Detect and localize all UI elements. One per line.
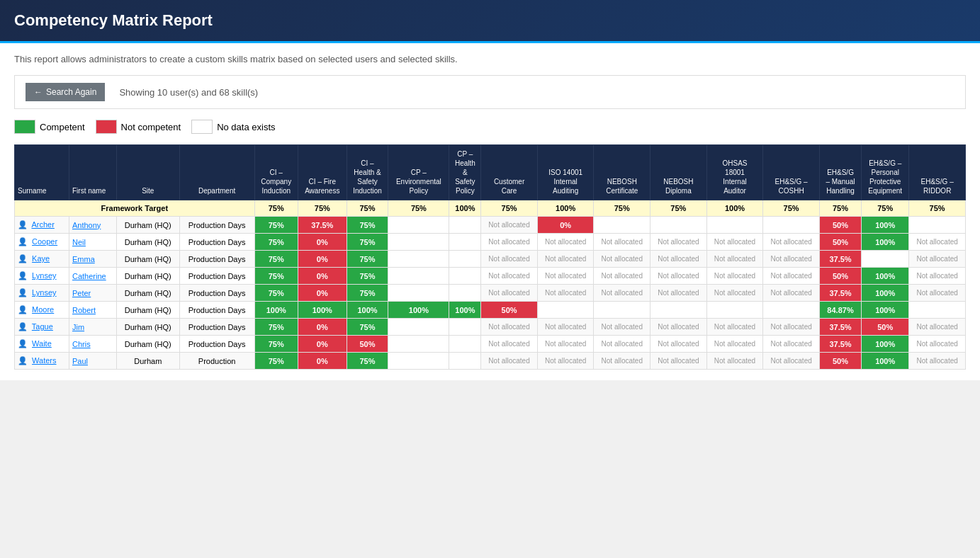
cell-ehsg_ppe: 50% (862, 319, 909, 336)
firstname-link[interactable]: Anthony (72, 221, 101, 229)
cell-nebosh_cert: Not allocated (594, 251, 650, 268)
cell-department: Production Days (179, 268, 254, 285)
cell-ehsg_riddor: Not allocated (909, 251, 966, 268)
firstname-link[interactable]: Chris (72, 340, 91, 348)
cell-cp_env (388, 285, 449, 302)
col-ehsg-riddor: EH&S/G –RIDDOR (909, 145, 966, 200)
cell-ehsg_coshh (763, 302, 820, 319)
cell-ehsg_ppe: 100% (862, 353, 909, 370)
cell-cp_env (388, 251, 449, 268)
cell-ci_health: 75% (347, 353, 388, 370)
firstname-link[interactable]: Robert (72, 306, 96, 314)
framework-customer_care: 75% (481, 200, 538, 217)
cell-surname: 👤 Tague (15, 319, 69, 336)
description-text: This report allows administrators to cre… (14, 54, 966, 64)
framework-ci_fire: 75% (298, 200, 347, 217)
user-icon: 👤 (18, 288, 28, 297)
cell-customer_care: Not allocated (481, 319, 538, 336)
cell-surname: 👤 Lynsey (15, 268, 69, 285)
cell-nebosh_dip: Not allocated (650, 353, 707, 370)
table-row: 👤 Lynsey Peter Durham (HQ) Production Da… (15, 285, 966, 302)
firstname-link[interactable]: Jim (72, 323, 84, 331)
cell-ci_health: 75% (347, 319, 388, 336)
surname-link[interactable]: Moore (32, 305, 54, 314)
search-again-button[interactable]: ← Search Again (26, 83, 105, 101)
cell-ci_company: 75% (254, 234, 298, 251)
no-data-label: No data exists (217, 122, 275, 132)
surname-link[interactable]: Tague (32, 322, 53, 331)
cell-firstname: Emma (69, 251, 116, 268)
surname-link[interactable]: Lynsey (32, 288, 56, 297)
col-ehsg-ppe: EH&S/G –PersonalProtectiveEquipment (862, 145, 909, 200)
cell-firstname: Peter (69, 285, 116, 302)
framework-ehsg_ppe: 75% (862, 200, 909, 217)
legend-competent: Competent (14, 120, 85, 134)
cell-ehsg_riddor: Not allocated (909, 319, 966, 336)
cell-ehsg_riddor (909, 302, 966, 319)
cell-site: Durham (HQ) (116, 234, 179, 251)
cell-ci_health: 100% (347, 302, 388, 319)
surname-link[interactable]: Lynsey (32, 271, 56, 280)
cell-customer_care: 50% (481, 302, 538, 319)
user-icon: 👤 (18, 254, 28, 263)
main-content: This report allows administrators to cre… (0, 43, 980, 380)
cell-customer_care: Not allocated (481, 336, 538, 353)
cell-iso14001: Not allocated (537, 268, 594, 285)
firstname-link[interactable]: Catherine (72, 272, 106, 280)
cell-nebosh_dip: Not allocated (650, 336, 707, 353)
cell-iso14001: Not allocated (537, 251, 594, 268)
cell-ehsg_coshh: Not allocated (763, 285, 820, 302)
cell-ehsg_manual: 37.5% (819, 285, 861, 302)
surname-link[interactable]: Waters (32, 356, 56, 365)
surname-link[interactable]: Archer (31, 220, 54, 229)
competency-table: Surname First name Site Department CI –C… (14, 144, 966, 370)
cell-ci_company: 75% (254, 336, 298, 353)
cell-department: Production Days (179, 302, 254, 319)
cell-ehsg_riddor: Not allocated (909, 234, 966, 251)
cell-cp_health (449, 234, 481, 251)
col-site: Site (116, 145, 179, 200)
cell-site: Durham (HQ) (116, 268, 179, 285)
cell-ci_fire: 100% (298, 302, 347, 319)
framework-iso14001: 100% (537, 200, 594, 217)
surname-link[interactable]: Cooper (32, 237, 57, 246)
firstname-link[interactable]: Neil (72, 238, 86, 246)
cell-ci_company: 75% (254, 319, 298, 336)
col-ehsg-coshh: EH&S/G –COSHH (763, 145, 820, 200)
cell-iso14001: Not allocated (537, 234, 594, 251)
cell-nebosh_cert: Not allocated (594, 285, 650, 302)
framework-label: Framework Target (15, 200, 255, 217)
cell-site: Durham (HQ) (116, 336, 179, 353)
cell-iso14001: Not allocated (537, 319, 594, 336)
cell-ehsg_coshh: Not allocated (763, 336, 820, 353)
col-cp-health: CP –Health&SafetyPolicy (449, 145, 481, 200)
surname-link[interactable]: Kaye (32, 254, 50, 263)
firstname-link[interactable]: Paul (72, 357, 88, 365)
competent-box (14, 120, 35, 134)
firstname-link[interactable]: Emma (72, 255, 95, 263)
table-row: 👤 Moore Robert Durham (HQ) Production Da… (15, 302, 966, 319)
cell-ci_health: 75% (347, 251, 388, 268)
cell-ci_fire: 0% (298, 234, 347, 251)
framework-ehsg_riddor: 75% (909, 200, 966, 217)
cell-cp_health (449, 251, 481, 268)
cell-ohsas: Not allocated (706, 251, 763, 268)
cell-ci_fire: 0% (298, 268, 347, 285)
page-title: Competency Matrix Report (14, 11, 966, 30)
cell-ehsg_coshh: Not allocated (763, 234, 820, 251)
cell-customer_care: Not allocated (481, 217, 538, 234)
cell-ci_health: 75% (347, 217, 388, 234)
cell-ehsg_ppe: 100% (862, 302, 909, 319)
col-ohsas: OHSAS18001InternalAuditor (706, 145, 763, 200)
cell-ehsg_ppe: 100% (862, 336, 909, 353)
framework-cp_health: 100% (449, 200, 481, 217)
cell-ehsg_manual: 50% (819, 268, 861, 285)
cell-firstname: Chris (69, 336, 116, 353)
cell-ehsg_coshh: Not allocated (763, 251, 820, 268)
surname-link[interactable]: Waite (32, 339, 52, 348)
firstname-link[interactable]: Peter (72, 289, 91, 297)
legend-no-data: No data exists (191, 120, 275, 134)
cell-ci_fire: 0% (298, 251, 347, 268)
cell-cp_env (388, 234, 449, 251)
cell-cp_health (449, 285, 481, 302)
